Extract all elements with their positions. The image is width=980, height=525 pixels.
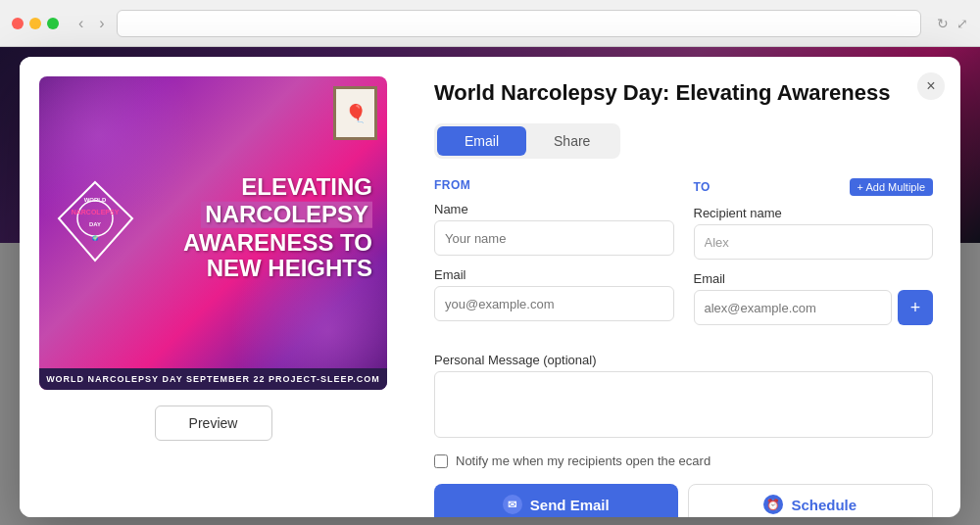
from-name-input[interactable] [434, 220, 674, 256]
svg-text:NARCOLEPSY: NARCOLEPSY [72, 209, 120, 215]
close-traffic-light[interactable] [12, 18, 24, 29]
modal-left-panel: 🎈 WORLD NARCOLEPSY DAY 🌍 ELEVATING NARCO… [20, 57, 407, 517]
tab-share[interactable]: Share [526, 126, 617, 156]
modal-title: World Narcolepsy Day: Elevating Awarenes… [434, 80, 933, 106]
send-email-button[interactable]: ✉ Send Email [434, 484, 678, 517]
add-recipient-button[interactable]: + [898, 290, 933, 325]
address-bar[interactable] [117, 10, 921, 37]
modal: 🎈 WORLD NARCOLEPSY DAY 🌍 ELEVATING NARCO… [20, 57, 960, 517]
schedule-button[interactable]: ⏰ Schedule [688, 484, 934, 517]
svg-text:WORLD: WORLD [84, 197, 107, 203]
forward-button[interactable]: › [95, 13, 108, 34]
browser-actions: ↻ ⤢ [937, 16, 968, 31]
notify-label: Notify me when my recipients open the ec… [456, 453, 710, 468]
recipient-name-group: Recipient name [694, 206, 934, 260]
svg-text:🌍: 🌍 [92, 235, 99, 242]
svg-text:DAY: DAY [89, 221, 101, 227]
notify-row: Notify me when my recipients open the ec… [434, 453, 933, 468]
send-icon: ✉ [503, 495, 522, 514]
ecard-text-line2: NARCOLEPSY [201, 202, 372, 227]
ecard-text-line4: NEW HEIGHTS [183, 256, 372, 281]
ecard-preview-image: 🎈 WORLD NARCOLEPSY DAY 🌍 ELEVATING NARCO… [39, 76, 387, 390]
tab-email[interactable]: Email [437, 126, 526, 156]
tabs-container: Email Share [434, 123, 620, 159]
from-email-label: Email [434, 267, 674, 282]
notify-checkbox[interactable] [434, 454, 448, 468]
expand-button[interactable]: ⤢ [956, 16, 968, 31]
modal-overlay: 🎈 WORLD NARCOLEPSY DAY 🌍 ELEVATING NARCO… [0, 47, 980, 525]
personal-message-textarea[interactable] [434, 371, 933, 438]
traffic-lights [12, 18, 59, 29]
schedule-icon: ⏰ [763, 495, 783, 514]
recipient-email-group: Email + [694, 271, 934, 325]
recipient-email-label: Email [694, 271, 934, 286]
ecard-text-line3: AWARENESS TO [183, 230, 372, 256]
from-header: FROM [434, 178, 674, 192]
to-header: TO + Add Multiple [694, 178, 934, 196]
from-column: FROM Name Email [434, 178, 674, 337]
minimize-traffic-light[interactable] [29, 18, 41, 29]
form-columns: FROM Name Email TO [434, 178, 933, 337]
from-name-group: Name [434, 202, 674, 256]
from-email-input[interactable] [434, 286, 674, 321]
recipient-name-input[interactable] [694, 224, 934, 260]
refresh-button[interactable]: ↻ [937, 16, 949, 31]
ecard-stamp: 🎈 [333, 86, 377, 140]
browser-chrome: ‹ › ↻ ⤢ [0, 0, 980, 47]
personal-message-group: Personal Message (optional) [434, 353, 933, 442]
svg-point-1 [77, 201, 113, 236]
recipient-name-label: Recipient name [694, 206, 934, 220]
personal-message-label: Personal Message (optional) [434, 353, 933, 367]
recipient-email-input[interactable] [694, 290, 893, 325]
to-column: TO + Add Multiple Recipient name Email [694, 178, 934, 337]
preview-button[interactable]: Preview [155, 406, 272, 441]
world-narcolepsy-badge: WORLD NARCOLEPSY DAY 🌍 [54, 177, 137, 270]
add-multiple-button[interactable]: + Add Multiple [850, 178, 933, 196]
back-button[interactable]: ‹ [74, 13, 87, 34]
modal-right-panel: × World Narcolepsy Day: Elevating Awaren… [407, 57, 960, 517]
fullscreen-traffic-light[interactable] [47, 18, 59, 29]
from-name-label: Name [434, 202, 674, 216]
recipient-email-row: + [694, 290, 934, 325]
from-email-group: Email [434, 267, 674, 321]
close-button[interactable]: × [917, 72, 945, 100]
action-buttons: ✉ Send Email ⏰ Schedule [434, 484, 933, 517]
ecard-text-line1: ELEVATING [183, 174, 372, 200]
ecard-bottom-bar: WORLD NARCOLEPSY DAY SEPTEMBER 22 PROJEC… [39, 368, 387, 390]
